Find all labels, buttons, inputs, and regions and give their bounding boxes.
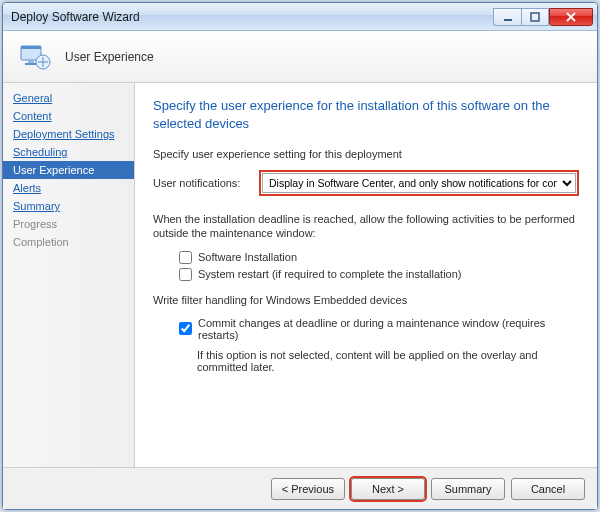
- minimize-button[interactable]: [493, 8, 521, 26]
- instruction-text: Specify user experience setting for this…: [153, 148, 579, 160]
- checkbox-commit-changes[interactable]: [179, 322, 192, 335]
- deploy-icon: [17, 39, 53, 75]
- cancel-button[interactable]: Cancel: [511, 478, 585, 500]
- sidebar-item-alerts[interactable]: Alerts: [3, 179, 134, 197]
- checkbox-software-installation[interactable]: [179, 251, 192, 264]
- maximize-button[interactable]: [521, 8, 549, 26]
- commit-note: If this option is not selected, content …: [153, 349, 579, 373]
- previous-button[interactable]: < Previous: [271, 478, 345, 500]
- window-title: Deploy Software Wizard: [11, 10, 493, 24]
- sidebar-item-user-experience[interactable]: User Experience: [3, 161, 134, 179]
- checkbox-system-restart-label: System restart (if required to complete …: [198, 268, 462, 280]
- filter-heading: Write filter handling for Windows Embedd…: [153, 293, 579, 307]
- user-notifications-select[interactable]: Display in Software Center, and only sho…: [262, 173, 576, 193]
- sidebar-item-completion: Completion: [3, 233, 134, 251]
- deadline-text: When the installation deadline is reache…: [153, 212, 579, 241]
- window-controls: [493, 8, 593, 26]
- titlebar: Deploy Software Wizard: [3, 3, 597, 31]
- page-title: User Experience: [65, 50, 154, 64]
- sidebar-item-deployment-settings[interactable]: Deployment Settings: [3, 125, 134, 143]
- close-button[interactable]: [549, 8, 593, 26]
- user-notifications-row: User notifications: Display in Software …: [153, 170, 579, 196]
- svg-rect-0: [504, 19, 512, 21]
- wizard-header: User Experience: [3, 31, 597, 83]
- svg-rect-5: [25, 63, 37, 65]
- wizard-footer: < Previous Next > Summary Cancel: [3, 467, 597, 509]
- checkbox-software-installation-label: Software Installation: [198, 251, 297, 263]
- checkbox-commit-changes-label: Commit changes at deadline or during a m…: [198, 317, 579, 341]
- svg-rect-3: [21, 46, 41, 49]
- next-button[interactable]: Next >: [351, 478, 425, 500]
- wizard-window: Deploy Software Wizard User Expe: [2, 2, 598, 510]
- user-notifications-label: User notifications:: [153, 177, 249, 189]
- sidebar-item-general[interactable]: General: [3, 89, 134, 107]
- sidebar-item-summary[interactable]: Summary: [3, 197, 134, 215]
- sidebar: General Content Deployment Settings Sche…: [3, 83, 135, 467]
- svg-rect-4: [28, 60, 34, 63]
- summary-button[interactable]: Summary: [431, 478, 505, 500]
- sidebar-item-progress: Progress: [3, 215, 134, 233]
- user-notifications-highlight: Display in Software Center, and only sho…: [259, 170, 579, 196]
- checkbox-software-installation-row[interactable]: Software Installation: [153, 249, 579, 266]
- checkbox-system-restart-row[interactable]: System restart (if required to complete …: [153, 266, 579, 283]
- checkbox-commit-changes-row[interactable]: Commit changes at deadline or during a m…: [153, 315, 579, 343]
- sidebar-item-scheduling[interactable]: Scheduling: [3, 143, 134, 161]
- content-area: Specify the user experience for the inst…: [135, 83, 597, 467]
- page-heading: Specify the user experience for the inst…: [153, 97, 579, 132]
- svg-rect-1: [531, 13, 539, 21]
- sidebar-item-content[interactable]: Content: [3, 107, 134, 125]
- wizard-body: General Content Deployment Settings Sche…: [3, 83, 597, 467]
- checkbox-system-restart[interactable]: [179, 268, 192, 281]
